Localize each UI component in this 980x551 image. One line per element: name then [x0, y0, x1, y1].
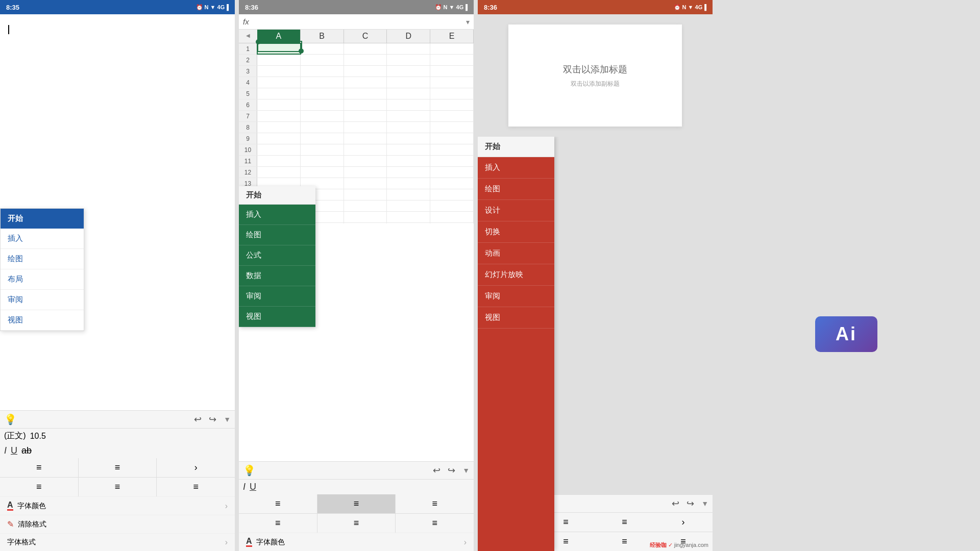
excel-menu-formula[interactable]: 公式 [239, 245, 315, 266]
excel-align-left1[interactable]: ≡ [239, 494, 317, 513]
ppt-menu-draw[interactable]: 绘图 [478, 179, 554, 200]
cell-B2[interactable] [301, 55, 344, 65]
ppt-menu-design[interactable]: 设计 [478, 200, 554, 221]
excel-menu-insert[interactable]: 插入 [239, 205, 315, 225]
align-left-button[interactable]: ≡ [0, 458, 79, 477]
ppt-chevron-right1[interactable]: › [654, 513, 713, 532]
word-font-row: (正文) 10.5 [0, 429, 235, 443]
excel-side-menu: 开始 插入 绘图 公式 数据 审阅 视图 [239, 186, 315, 327]
excel-row-7: 7 [239, 111, 474, 122]
strikethrough-button[interactable]: ab [21, 445, 32, 456]
font-name-label[interactable]: (正文) [4, 431, 26, 441]
ppt-menu-view[interactable]: 视图 [478, 307, 554, 329]
ppt-menu-transition[interactable]: 切换 [478, 221, 554, 243]
word-menu-layout[interactable]: 布局 [1, 269, 84, 290]
cell-A1[interactable] [257, 43, 301, 54]
excel-redo-icon[interactable]: ↪ [448, 465, 455, 476]
row-num-1: 1 [239, 43, 257, 54]
excel-font-color-chevron: › [464, 538, 467, 547]
excel-align-center1[interactable]: ≡ [317, 494, 396, 513]
excel-underline-button[interactable]: U [250, 482, 256, 492]
nav-arrow: ◀ [246, 33, 250, 38]
italic-button[interactable]: I [4, 445, 7, 456]
clear-format-icon: ✎ [7, 519, 14, 529]
word-align-row2: ≡ ≡ ≡ [0, 477, 235, 496]
word-menu-view[interactable]: 视图 [1, 310, 84, 331]
ppt-menu-insert[interactable]: 插入 [478, 157, 554, 179]
excel-row-12: 12 [239, 167, 474, 178]
excel-row-4: 4 [239, 77, 474, 88]
ppt-menu-review[interactable]: 审阅 [478, 286, 554, 307]
ppt-align-right2[interactable]: ≡ [595, 532, 654, 551]
cell-C2[interactable] [344, 55, 387, 65]
font-format-text[interactable]: 字体格式 [7, 538, 36, 547]
cell-E2[interactable] [430, 55, 474, 65]
excel-menu-view[interactable]: 视图 [239, 307, 315, 327]
excel-undo-icon[interactable]: ↩ [433, 465, 440, 476]
font-size-label[interactable]: 10.5 [30, 432, 46, 441]
time-word: 8:35 [6, 4, 19, 11]
align-left2-button[interactable]: ≡ [0, 478, 79, 496]
cell-A2[interactable] [257, 55, 301, 65]
word-toolbar-icons-row: 💡 ↩ ↪ ▼ [0, 411, 235, 429]
fx-label: fx [243, 17, 249, 26]
ppt-title-placeholder[interactable]: 双击以添加标题 [563, 63, 627, 76]
excel-italic-button[interactable]: I [243, 482, 246, 492]
col-header-E[interactable]: E [430, 30, 474, 43]
time-ppt: 8:36 [484, 4, 497, 11]
ai-badge: Ai [815, 316, 877, 352]
ppt-subtitle-placeholder[interactable]: 双击以添加副标题 [571, 80, 620, 88]
undo-icon[interactable]: ↩ [194, 414, 202, 425]
cell-E1[interactable] [430, 43, 474, 54]
status-bar-excel: 8:36 ⏰ N ▼ 4G▐ [239, 0, 474, 14]
expand-button[interactable]: › [157, 458, 235, 477]
underline-button[interactable]: U [11, 445, 17, 456]
excel-align-left2[interactable]: ≡ [239, 514, 317, 533]
ppt-redo-icon[interactable]: ↪ [687, 498, 694, 509]
word-menu-insert[interactable]: 插入 [1, 229, 84, 249]
align-center2-button[interactable]: ≡ [79, 478, 157, 496]
font-color-text[interactable]: 字体颜色 [17, 502, 46, 511]
excel-menu-data[interactable]: 数据 [239, 266, 315, 286]
ppt-dropdown-icon[interactable]: ▼ [701, 499, 708, 508]
status-icons-ppt: ⏰ N ▼ 4G▐ [674, 4, 706, 11]
ppt-align-right1[interactable]: ≡ [595, 513, 654, 532]
cell-B1[interactable] [301, 43, 344, 54]
excel-menu-review[interactable]: 审阅 [239, 286, 315, 307]
excel-align-right1[interactable]: ≡ [396, 494, 474, 513]
cell-C1[interactable] [344, 43, 387, 54]
excel-lightbulb-icon[interactable]: 💡 [243, 464, 256, 477]
redo-icon[interactable]: ↪ [209, 414, 216, 425]
ppt-slide[interactable]: 双击以添加标题 双击以添加副标题 [508, 24, 682, 127]
status-bar-word: 8:35 ⏰ N ▼ 4G▐ [0, 0, 235, 14]
dropdown-icon[interactable]: ▼ [224, 415, 231, 423]
excel-style-row: I U [239, 480, 474, 494]
excel-menu-draw[interactable]: 绘图 [239, 225, 315, 245]
excel-align-row1: ≡ ≡ ≡ [239, 494, 474, 513]
align-center-button[interactable]: ≡ [79, 458, 157, 477]
word-content[interactable] [0, 14, 235, 218]
clear-format-text[interactable]: 清除格式 [18, 520, 46, 529]
word-menu-review[interactable]: 审阅 [1, 290, 84, 310]
phone-ppt: 8:36 ⏰ N ▼ 4G▐ 双击以添加标题 双击以添加副标题 开始 插入 绘图… [478, 0, 713, 551]
ppt-menu-slideshow[interactable]: 幻灯片放映 [478, 264, 554, 286]
cell-D2[interactable] [387, 55, 430, 65]
excel-dropdown-icon[interactable]: ▼ [462, 466, 470, 474]
excel-font-color-text[interactable]: 字体颜色 [256, 538, 285, 547]
col-header-D[interactable]: D [387, 30, 430, 43]
align-right2-button[interactable]: ≡ [157, 478, 235, 496]
excel-row-2: 2 [239, 55, 474, 66]
ppt-menu-animation[interactable]: 动画 [478, 243, 554, 264]
watermark: 经验咖 ✓ jingyanja.com [650, 541, 708, 549]
formula-chevron[interactable]: ▾ [466, 18, 470, 26]
excel-align-right2[interactable]: ≡ [396, 514, 474, 533]
col-header-C[interactable]: C [344, 30, 387, 43]
col-header-A[interactable]: A [257, 30, 301, 43]
col-header-B[interactable]: B [301, 30, 344, 43]
excel-align-center2[interactable]: ≡ [317, 514, 396, 533]
cell-D1[interactable] [387, 43, 430, 54]
lightbulb-icon[interactable]: 💡 [4, 413, 17, 425]
word-menu-draw[interactable]: 绘图 [1, 249, 84, 269]
word-align-row1: ≡ ≡ › [0, 458, 235, 477]
ppt-undo-icon[interactable]: ↩ [672, 498, 679, 509]
